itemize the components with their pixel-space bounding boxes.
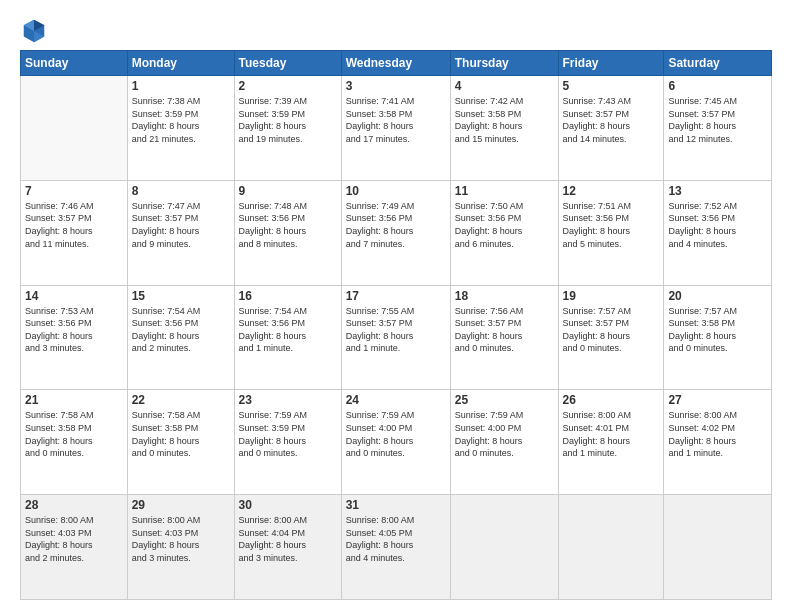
logo-icon [20,16,48,44]
calendar-cell: 27Sunrise: 8:00 AM Sunset: 4:02 PM Dayli… [664,390,772,495]
day-number: 23 [239,393,337,407]
week-row-3: 14Sunrise: 7:53 AM Sunset: 3:56 PM Dayli… [21,285,772,390]
calendar-cell [558,495,664,600]
calendar-cell: 17Sunrise: 7:55 AM Sunset: 3:57 PM Dayli… [341,285,450,390]
cell-info: Sunrise: 7:46 AM Sunset: 3:57 PM Dayligh… [25,200,123,250]
day-number: 28 [25,498,123,512]
day-number: 24 [346,393,446,407]
calendar-cell: 1Sunrise: 7:38 AM Sunset: 3:59 PM Daylig… [127,76,234,181]
calendar-table: SundayMondayTuesdayWednesdayThursdayFrid… [20,50,772,600]
cell-info: Sunrise: 7:47 AM Sunset: 3:57 PM Dayligh… [132,200,230,250]
day-number: 1 [132,79,230,93]
day-number: 7 [25,184,123,198]
day-number: 16 [239,289,337,303]
calendar-cell: 28Sunrise: 8:00 AM Sunset: 4:03 PM Dayli… [21,495,128,600]
day-number: 30 [239,498,337,512]
day-number: 14 [25,289,123,303]
cell-info: Sunrise: 8:00 AM Sunset: 4:01 PM Dayligh… [563,409,660,459]
cell-info: Sunrise: 7:59 AM Sunset: 3:59 PM Dayligh… [239,409,337,459]
calendar-header: SundayMondayTuesdayWednesdayThursdayFrid… [21,51,772,76]
calendar-cell: 25Sunrise: 7:59 AM Sunset: 4:00 PM Dayli… [450,390,558,495]
cell-info: Sunrise: 7:53 AM Sunset: 3:56 PM Dayligh… [25,305,123,355]
day-number: 9 [239,184,337,198]
calendar-cell: 23Sunrise: 7:59 AM Sunset: 3:59 PM Dayli… [234,390,341,495]
cell-info: Sunrise: 7:49 AM Sunset: 3:56 PM Dayligh… [346,200,446,250]
calendar-cell: 12Sunrise: 7:51 AM Sunset: 3:56 PM Dayli… [558,180,664,285]
calendar-cell: 7Sunrise: 7:46 AM Sunset: 3:57 PM Daylig… [21,180,128,285]
cell-info: Sunrise: 7:54 AM Sunset: 3:56 PM Dayligh… [132,305,230,355]
header [20,16,772,44]
calendar-cell: 10Sunrise: 7:49 AM Sunset: 3:56 PM Dayli… [341,180,450,285]
calendar-cell [450,495,558,600]
calendar-cell: 6Sunrise: 7:45 AM Sunset: 3:57 PM Daylig… [664,76,772,181]
day-number: 8 [132,184,230,198]
cell-info: Sunrise: 7:58 AM Sunset: 3:58 PM Dayligh… [132,409,230,459]
day-number: 12 [563,184,660,198]
calendar-cell: 31Sunrise: 8:00 AM Sunset: 4:05 PM Dayli… [341,495,450,600]
calendar-cell [664,495,772,600]
header-row: SundayMondayTuesdayWednesdayThursdayFrid… [21,51,772,76]
week-row-4: 21Sunrise: 7:58 AM Sunset: 3:58 PM Dayli… [21,390,772,495]
calendar-cell: 9Sunrise: 7:48 AM Sunset: 3:56 PM Daylig… [234,180,341,285]
calendar-cell: 20Sunrise: 7:57 AM Sunset: 3:58 PM Dayli… [664,285,772,390]
week-row-5: 28Sunrise: 8:00 AM Sunset: 4:03 PM Dayli… [21,495,772,600]
week-row-1: 1Sunrise: 7:38 AM Sunset: 3:59 PM Daylig… [21,76,772,181]
calendar-cell: 11Sunrise: 7:50 AM Sunset: 3:56 PM Dayli… [450,180,558,285]
calendar-cell: 22Sunrise: 7:58 AM Sunset: 3:58 PM Dayli… [127,390,234,495]
cell-info: Sunrise: 7:51 AM Sunset: 3:56 PM Dayligh… [563,200,660,250]
cell-info: Sunrise: 7:41 AM Sunset: 3:58 PM Dayligh… [346,95,446,145]
day-number: 4 [455,79,554,93]
cell-info: Sunrise: 7:57 AM Sunset: 3:57 PM Dayligh… [563,305,660,355]
calendar-cell: 16Sunrise: 7:54 AM Sunset: 3:56 PM Dayli… [234,285,341,390]
day-number: 21 [25,393,123,407]
cell-info: Sunrise: 7:59 AM Sunset: 4:00 PM Dayligh… [346,409,446,459]
calendar-cell: 15Sunrise: 7:54 AM Sunset: 3:56 PM Dayli… [127,285,234,390]
day-number: 15 [132,289,230,303]
day-number: 27 [668,393,767,407]
day-number: 25 [455,393,554,407]
cell-info: Sunrise: 7:57 AM Sunset: 3:58 PM Dayligh… [668,305,767,355]
day-number: 2 [239,79,337,93]
cell-info: Sunrise: 7:59 AM Sunset: 4:00 PM Dayligh… [455,409,554,459]
day-number: 3 [346,79,446,93]
cell-info: Sunrise: 7:38 AM Sunset: 3:59 PM Dayligh… [132,95,230,145]
header-cell-friday: Friday [558,51,664,76]
day-number: 6 [668,79,767,93]
day-number: 17 [346,289,446,303]
logo [20,16,52,44]
calendar-cell: 29Sunrise: 8:00 AM Sunset: 4:03 PM Dayli… [127,495,234,600]
cell-info: Sunrise: 7:43 AM Sunset: 3:57 PM Dayligh… [563,95,660,145]
day-number: 10 [346,184,446,198]
calendar-cell: 14Sunrise: 7:53 AM Sunset: 3:56 PM Dayli… [21,285,128,390]
cell-info: Sunrise: 7:58 AM Sunset: 3:58 PM Dayligh… [25,409,123,459]
header-cell-wednesday: Wednesday [341,51,450,76]
cell-info: Sunrise: 7:48 AM Sunset: 3:56 PM Dayligh… [239,200,337,250]
day-number: 19 [563,289,660,303]
cell-info: Sunrise: 7:39 AM Sunset: 3:59 PM Dayligh… [239,95,337,145]
cell-info: Sunrise: 8:00 AM Sunset: 4:04 PM Dayligh… [239,514,337,564]
calendar-cell: 13Sunrise: 7:52 AM Sunset: 3:56 PM Dayli… [664,180,772,285]
calendar-cell: 24Sunrise: 7:59 AM Sunset: 4:00 PM Dayli… [341,390,450,495]
calendar-cell: 30Sunrise: 8:00 AM Sunset: 4:04 PM Dayli… [234,495,341,600]
header-cell-tuesday: Tuesday [234,51,341,76]
header-cell-thursday: Thursday [450,51,558,76]
calendar-cell: 26Sunrise: 8:00 AM Sunset: 4:01 PM Dayli… [558,390,664,495]
cell-info: Sunrise: 7:50 AM Sunset: 3:56 PM Dayligh… [455,200,554,250]
day-number: 5 [563,79,660,93]
calendar-cell: 21Sunrise: 7:58 AM Sunset: 3:58 PM Dayli… [21,390,128,495]
cell-info: Sunrise: 7:42 AM Sunset: 3:58 PM Dayligh… [455,95,554,145]
header-cell-monday: Monday [127,51,234,76]
day-number: 26 [563,393,660,407]
calendar-cell: 3Sunrise: 7:41 AM Sunset: 3:58 PM Daylig… [341,76,450,181]
cell-info: Sunrise: 7:54 AM Sunset: 3:56 PM Dayligh… [239,305,337,355]
header-cell-sunday: Sunday [21,51,128,76]
calendar-body: 1Sunrise: 7:38 AM Sunset: 3:59 PM Daylig… [21,76,772,600]
day-number: 18 [455,289,554,303]
calendar-cell: 2Sunrise: 7:39 AM Sunset: 3:59 PM Daylig… [234,76,341,181]
calendar-cell: 8Sunrise: 7:47 AM Sunset: 3:57 PM Daylig… [127,180,234,285]
day-number: 31 [346,498,446,512]
day-number: 13 [668,184,767,198]
day-number: 22 [132,393,230,407]
cell-info: Sunrise: 7:45 AM Sunset: 3:57 PM Dayligh… [668,95,767,145]
calendar-cell: 4Sunrise: 7:42 AM Sunset: 3:58 PM Daylig… [450,76,558,181]
